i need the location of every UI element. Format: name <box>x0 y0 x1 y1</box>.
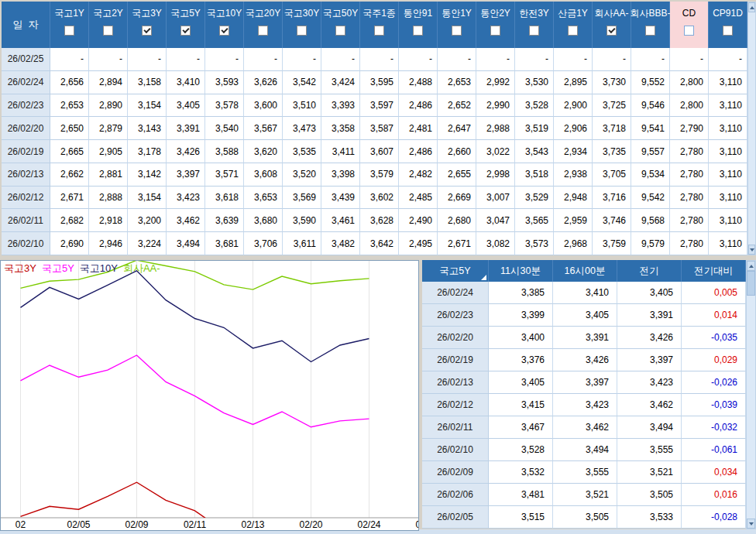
value-cell: 2,486 <box>399 94 438 118</box>
value-cell: 3,405 <box>167 94 205 118</box>
table-row[interactable]: 26/02/132,6622,8813,1423,3973,5713,6083,… <box>2 163 747 187</box>
value-cell: 3,555 <box>617 439 682 461</box>
column-checkbox[interactable] <box>645 26 655 36</box>
column-header-6: 국고30Y <box>283 2 321 48</box>
value-cell: 2,481 <box>399 117 438 140</box>
column-checkbox[interactable] <box>335 26 345 36</box>
column-checkbox[interactable] <box>413 26 423 36</box>
value-cell: 3,746 <box>593 209 631 232</box>
scrollbar-thumb[interactable] <box>747 271 755 296</box>
column-header-4: 국고10Y <box>205 2 244 48</box>
table-row[interactable]: 26/02/192,6652,9053,1783,4263,5883,6203,… <box>2 140 747 163</box>
column-checkbox[interactable] <box>297 26 307 36</box>
column-checkbox[interactable] <box>684 26 694 36</box>
arrow-up-icon <box>749 265 754 268</box>
table-row[interactable]: 26/02/133,4053,3973,423-0,026 <box>422 371 746 394</box>
value-cell: - <box>399 48 438 71</box>
value-cell: 9,542 <box>631 187 670 210</box>
value-cell: 3,178 <box>128 140 167 163</box>
x-axis-label: 02/20 <box>299 519 322 530</box>
value-cell: 3,593 <box>205 71 244 94</box>
column-header-label: 국고20Y <box>246 7 280 19</box>
column-checkbox[interactable] <box>723 26 733 36</box>
column-checkbox[interactable] <box>568 26 578 36</box>
column-checkbox[interactable] <box>258 26 268 36</box>
table-row[interactable]: 26/02/112,6822,9183,2003,4623,6393,6803,… <box>2 209 747 232</box>
table-row[interactable]: 26/02/122,6712,8883,1543,4233,6183,6533,… <box>2 187 747 210</box>
value-cell: 3,521 <box>553 484 617 506</box>
date-cell: 26/02/12 <box>422 394 489 416</box>
table-row[interactable]: 26/02/233,3993,4053,3910,014 <box>422 304 746 327</box>
table-row[interactable]: 26/02/242,6562,8943,1583,4103,5933,6263,… <box>2 71 747 94</box>
column-header-5: 국고20Y <box>244 2 283 48</box>
value-cell: 3,639 <box>205 209 244 232</box>
value-cell: 3,607 <box>360 140 399 163</box>
table-row[interactable]: 26/02/093,5323,5553,5210,034 <box>422 461 746 484</box>
change-cell: 0,005 <box>682 282 746 304</box>
scroll-up-button[interactable] <box>748 2 755 12</box>
table-row[interactable]: 26/02/102,6902,9463,2243,4943,6813,7063,… <box>2 232 747 255</box>
date-column-header: 일 자 <box>2 2 50 48</box>
table-row[interactable]: 26/02/243,3853,4103,4050,005 <box>422 282 746 304</box>
value-cell: 3,597 <box>360 94 399 118</box>
table-row[interactable]: 26/02/113,4673,4623,494-0,032 <box>422 416 746 439</box>
column-header-2: 국고3Y <box>128 2 167 48</box>
detail-header-0[interactable]: 국고5Y <box>422 260 489 282</box>
detail-header-label: 전기대비 <box>694 265 733 278</box>
table-row[interactable]: 26/02/063,4813,5213,5050,016 <box>422 484 746 506</box>
column-header-1: 국고2Y <box>89 2 128 48</box>
value-cell: 3,518 <box>515 163 554 187</box>
value-cell: 3,735 <box>593 140 631 163</box>
value-cell: - <box>89 48 128 71</box>
table-row[interactable]: 26/02/203,4003,3913,426-0,035 <box>422 327 746 349</box>
date-cell: 26/02/12 <box>2 187 50 210</box>
yield-table-header-row: 일 자국고1Y국고2Y국고3Y국고5Y국고10Y국고20Y국고30Y국고50Y국… <box>2 2 747 48</box>
column-checkbox[interactable] <box>452 26 462 36</box>
column-header-label: 국고30Y <box>284 7 319 19</box>
column-checkbox[interactable] <box>374 26 384 36</box>
scroll-down-button[interactable] <box>747 519 755 529</box>
table-row[interactable]: 26/02/202,6502,8793,1433,3913,5403,5673,… <box>2 117 747 140</box>
value-cell: - <box>205 48 244 71</box>
scroll-down-button[interactable] <box>748 245 755 255</box>
table-row[interactable]: 26/02/103,5283,4943,555-0,061 <box>422 439 746 461</box>
value-cell: 3,595 <box>360 71 399 94</box>
table-row[interactable]: 26/02/25------------------ <box>2 48 747 71</box>
column-checkbox[interactable] <box>529 26 539 36</box>
change-cell: 0,034 <box>682 461 746 484</box>
column-checkbox[interactable] <box>607 26 617 36</box>
value-cell: 3,110 <box>709 209 747 232</box>
column-header-label: 통안1Y <box>442 7 472 19</box>
value-cell: 2,906 <box>554 117 593 140</box>
column-header-9: 통안91 <box>399 2 438 48</box>
column-checkbox[interactable] <box>142 26 152 36</box>
value-cell: 2,490 <box>399 209 438 232</box>
column-header-3: 국고5Y <box>167 2 205 48</box>
legend-item: 회사AA- <box>123 262 160 274</box>
scroll-up-button[interactable] <box>747 261 755 271</box>
table-row[interactable]: 26/02/123,4153,4233,462-0,039 <box>422 394 746 416</box>
column-checkbox[interactable] <box>219 26 229 36</box>
value-cell: 3,533 <box>617 506 682 529</box>
value-cell: 3,519 <box>515 117 554 140</box>
table-row[interactable]: 26/02/193,3763,4263,3970,029 <box>422 349 746 371</box>
detail-table-scrollbar[interactable] <box>746 260 756 529</box>
value-cell: 2,495 <box>399 232 438 255</box>
table-row[interactable]: 26/02/053,5153,5053,533-0,028 <box>422 506 746 529</box>
value-cell: 3,528 <box>515 94 554 118</box>
value-cell: 2,888 <box>89 187 128 210</box>
value-cell: 3,494 <box>617 416 682 439</box>
yield-table-scrollbar[interactable] <box>747 2 756 255</box>
table-row[interactable]: 26/02/232,6532,8903,1543,4053,5783,6003,… <box>2 94 747 118</box>
column-header-15: 회사BBB- <box>631 2 670 48</box>
value-cell: 3,405 <box>617 282 682 304</box>
value-cell: 3,110 <box>709 117 747 140</box>
date-cell: 26/02/09 <box>422 461 489 484</box>
column-header-label: 회사BBB- <box>631 7 671 19</box>
column-checkbox[interactable] <box>490 26 500 36</box>
column-checkbox[interactable] <box>103 26 113 36</box>
column-checkbox[interactable] <box>180 26 191 36</box>
column-checkbox[interactable] <box>64 26 74 36</box>
value-cell: 3,110 <box>709 94 747 118</box>
value-cell: - <box>128 48 167 71</box>
